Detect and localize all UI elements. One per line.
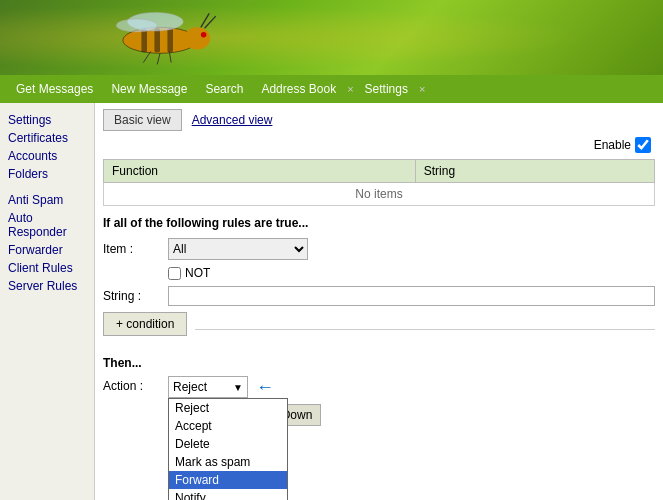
empty-msg: No items <box>104 183 655 206</box>
view-tabs: Basic view Advanced view <box>103 109 655 131</box>
action-dropdown-container: Reject ▼ Reject Accept Delete Mark as sp… <box>168 376 248 398</box>
dropdown-item-reject[interactable]: Reject <box>169 399 287 417</box>
main-layout: Settings Certificates Accounts Folders A… <box>0 103 663 500</box>
condition-divider <box>195 329 655 330</box>
col-function: Function <box>104 160 416 183</box>
svg-line-13 <box>169 51 171 62</box>
nav-address-book[interactable]: Address Book <box>253 79 344 99</box>
action-select-display[interactable]: Reject ▼ <box>168 376 248 398</box>
svg-line-11 <box>143 51 150 62</box>
nav-get-messages[interactable]: Get Messages <box>8 79 101 99</box>
svg-rect-3 <box>154 28 160 52</box>
sidebar: Settings Certificates Accounts Folders A… <box>0 103 95 500</box>
action-selected-value: Reject <box>173 380 207 394</box>
dropdown-item-accept[interactable]: Accept <box>169 417 287 435</box>
header-banner <box>0 0 663 75</box>
nav-sep1: × <box>346 83 354 95</box>
action-dropdown-list: Reject Accept Delete Mark as spam Forwar… <box>168 398 288 500</box>
dropdown-item-delete[interactable]: Delete <box>169 435 287 453</box>
wasp-illustration <box>60 5 260 70</box>
sidebar-item-certificates[interactable]: Certificates <box>4 129 90 147</box>
svg-rect-4 <box>167 28 173 52</box>
sidebar-divider <box>4 183 90 191</box>
sidebar-item-accounts[interactable]: Accounts <box>4 147 90 165</box>
sidebar-item-settings[interactable]: Settings <box>4 111 90 129</box>
nav-new-message[interactable]: New Message <box>103 79 195 99</box>
svg-point-8 <box>116 19 157 32</box>
dropdown-item-forward[interactable]: Forward <box>169 471 287 489</box>
add-condition-button[interactable]: + condition <box>103 312 187 336</box>
sidebar-item-server-rules[interactable]: Server Rules <box>4 277 90 295</box>
nav-sep2: × <box>418 83 426 95</box>
item-select[interactable]: All <box>168 238 308 260</box>
tab-advanced[interactable]: Advanced view <box>182 110 283 130</box>
top-nav: Get Messages New Message Search Address … <box>0 75 663 103</box>
item-label: Item : <box>103 242 168 256</box>
enable-checkbox[interactable] <box>635 137 651 153</box>
nav-search[interactable]: Search <box>197 79 251 99</box>
not-label: NOT <box>185 266 210 280</box>
sidebar-item-anti-spam[interactable]: Anti Spam <box>4 191 90 209</box>
table-empty-row: No items <box>104 183 655 206</box>
conditions-title: If all of the following rules are true..… <box>103 216 655 230</box>
not-checkbox[interactable] <box>168 267 181 280</box>
then-title: Then... <box>103 356 655 370</box>
dropdown-arrow-icon: ▼ <box>233 382 243 393</box>
string-row: String : <box>103 286 655 306</box>
svg-point-6 <box>201 32 207 38</box>
forward-arrow-icon: ← <box>256 377 274 398</box>
sidebar-item-auto-responder[interactable]: Auto Responder <box>4 209 90 241</box>
svg-line-12 <box>157 53 160 64</box>
enable-label: Enable <box>594 138 631 152</box>
col-string: String <box>415 160 654 183</box>
nav-settings[interactable]: Settings <box>357 79 416 99</box>
action-row: Action : Reject ▼ Reject Accept Delete M… <box>103 376 655 398</box>
svg-point-5 <box>184 27 210 49</box>
enable-row: Enable <box>103 137 655 153</box>
string-input[interactable] <box>168 286 655 306</box>
sidebar-item-client-rules[interactable]: Client Rules <box>4 259 90 277</box>
sidebar-item-forwarder[interactable]: Forwarder <box>4 241 90 259</box>
string-label: String : <box>103 289 168 303</box>
action-label: Action : <box>103 376 168 393</box>
content-area: Basic view Advanced view Enable Function… <box>95 103 663 500</box>
not-row: NOT <box>168 266 655 280</box>
rules-table: Function String No items <box>103 159 655 206</box>
dropdown-item-notify[interactable]: Notify <box>169 489 287 500</box>
sidebar-item-folders[interactable]: Folders <box>4 165 90 183</box>
item-row: Item : All <box>103 238 655 260</box>
tab-basic[interactable]: Basic view <box>103 109 182 131</box>
dropdown-item-mark-as-spam[interactable]: Mark as spam <box>169 453 287 471</box>
